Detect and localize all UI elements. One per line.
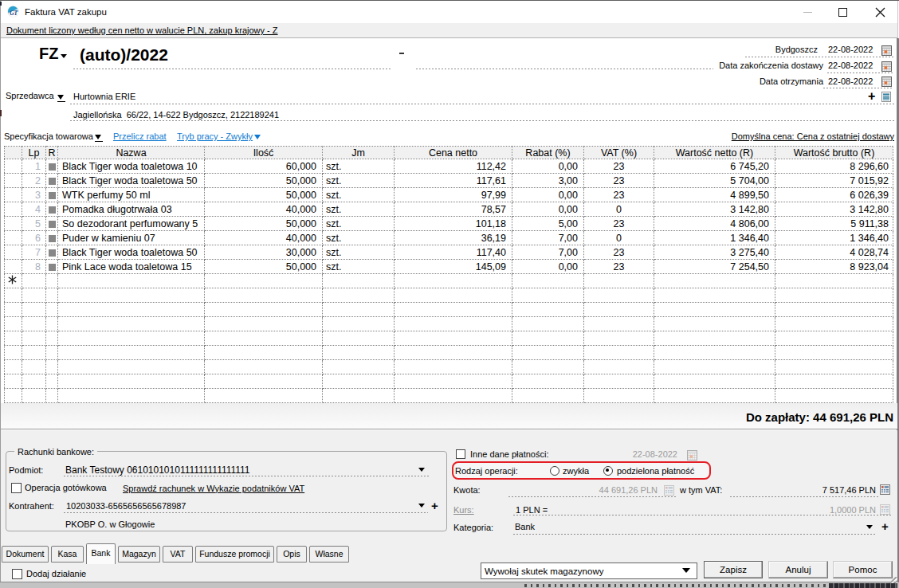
svg-text:GT: GT (10, 10, 18, 17)
